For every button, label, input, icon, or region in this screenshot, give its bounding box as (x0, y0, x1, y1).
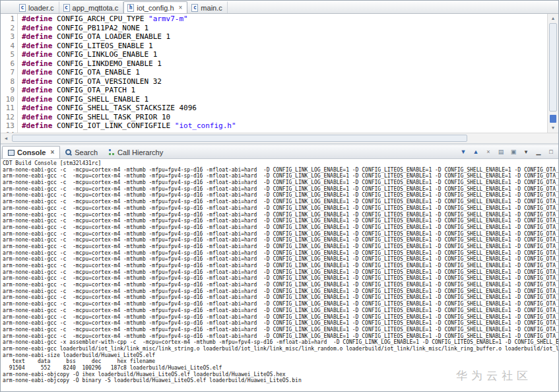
line-number: 12 (1, 113, 15, 122)
code-line[interactable]: #define CONFIG_OTA_VERSIONLEN 32 (22, 77, 547, 86)
line-number: 7 (1, 68, 15, 77)
code-line[interactable]: #define CONFIG_PB11PA2_NONE 1 (22, 24, 547, 33)
console-line: arm-none-eabi-gcc -c -mcpu=cortex-m4 -mt… (3, 263, 558, 269)
pin-console-icon[interactable]: ▣ (508, 147, 519, 157)
console-line: arm-none-eabi-gcc loaderbuild/iot_link/l… (3, 346, 558, 352)
macro-value: 1 (144, 95, 148, 104)
preprocessor-keyword: #define (22, 15, 52, 23)
code-line[interactable]: #define CONFIG_LINKDEMO_ENABLE 1 (22, 59, 547, 69)
code-line[interactable]: #define CONFIG_SHELL_TASK_PRIOR 10 (22, 113, 547, 122)
editor-tab-label: app_mqttota.c (73, 4, 119, 12)
console-tab-call-hierarchy[interactable]: Call Hierarchy (103, 146, 168, 158)
code-line[interactable]: #define CONFIG_SHELL_TASK_STACKSIZE 4096 (22, 104, 547, 113)
editor-vertical-scrollbar[interactable]: ▲ ▼ (547, 14, 558, 133)
maximize-view-icon[interactable]: □ (546, 147, 556, 157)
code-line[interactable]: #define CONFIG_LITEOS_ENABLE 1 (22, 42, 547, 51)
close-tab-icon[interactable]: × (50, 149, 54, 156)
editor-horizontal-scrollbar[interactable]: ◄ (1, 133, 558, 143)
console-tab-search[interactable]: Search (60, 146, 103, 158)
line-number: 3 (1, 32, 15, 42)
code-line[interactable]: #define CONFIG_SHELL_ENABLE 1 (22, 95, 547, 104)
console-line: arm-none-eabi-gcc -c -mcpu=cortex-m4 -mt… (3, 180, 558, 186)
call-hierarchy-icon (108, 149, 115, 156)
horizontal-scrollbar-thumb[interactable] (12, 135, 467, 142)
preprocessor-keyword: #define (22, 50, 52, 59)
macro-value: 10 (162, 113, 170, 121)
console-line: arm-none-eabi-gcc -c -mcpu=cortex-m4 -mt… (3, 288, 558, 295)
file-icon: c (63, 4, 70, 12)
line-number: 6 (1, 59, 15, 69)
line-number: 13 (1, 121, 15, 131)
scroll-to-top-icon[interactable]: ▲ (471, 147, 481, 157)
code-line[interactable]: #define CONFIG_OTA_LOADER_ENABLE 1 (22, 32, 547, 42)
macro-value: 1 (144, 24, 148, 32)
search-icon (65, 149, 72, 156)
line-number: 11 (1, 104, 15, 113)
editor-pane: cloader.ccapp_mqttota.chiot_config.h×cma… (1, 1, 558, 143)
clear-console-icon[interactable]: × (483, 147, 494, 157)
macro-value: 1 (157, 59, 162, 68)
preprocessor-keyword: #define (22, 121, 52, 130)
line-number: 9 (1, 86, 15, 95)
preprocessor-keyword: #define (22, 86, 52, 94)
overview-ruler-annotation (550, 115, 556, 123)
editor-tab-iot_config.h[interactable]: hiot_config.h× (123, 1, 187, 13)
line-number: 2 (1, 24, 15, 33)
minimize-view-icon[interactable]: ▁ (533, 147, 544, 157)
console-tab-bar: Console×SearchCall Hierarchy ▼▲×▤▣▾▁□ (1, 145, 558, 159)
code-line[interactable]: #define CONFIG_IOT_LINK_CONFIGFILE "iot_… (22, 121, 547, 131)
code-line[interactable]: #define CONFIG_LINKLOG_ENABLE 1 (22, 50, 547, 59)
scrollbar-up-arrow-icon[interactable]: ▲ (548, 14, 558, 23)
console-line: arm-none-eabi-gcc -c -mcpu=cortex-m4 -mt… (3, 327, 558, 333)
preprocessor-keyword: #define (22, 113, 52, 121)
file-icon: c (19, 4, 26, 12)
watermark: 华为云社区 (456, 368, 532, 383)
code-line[interactable]: #define CONFIG_ARCH_CPU_TYPE "armv7-m" (22, 15, 547, 24)
line-number-gutter: 1234567891011121314 (1, 14, 18, 133)
console-line: arm-none-eabi-gcc -c -mcpu=cortex-m4 -mt… (3, 282, 558, 288)
file-icon: h (127, 4, 134, 12)
editor-tab-loader.c[interactable]: cloader.c (15, 1, 59, 13)
code-line[interactable]: #define CONFIG_OTA_PATCH 1 (22, 86, 547, 95)
console-tab-console[interactable]: Console× (2, 146, 60, 158)
scroll-to-bottom-icon[interactable]: ▼ (458, 147, 469, 157)
console-output[interactable]: CDT Build Console [stm32l431rc]arm-none-… (1, 159, 558, 391)
editor-tab-bar: cloader.ccapp_mqttota.chiot_config.h×cma… (1, 1, 558, 14)
ide-window: cloader.ccapp_mqttota.chiot_config.h×cma… (0, 0, 559, 392)
console-line: arm-none-eabi-gcc -c -mcpu=cortex-m4 -mt… (3, 205, 558, 212)
console-line: arm-none-eabi-gcc -c -mcpu=cortex-m4 -mt… (3, 218, 558, 224)
close-tab-icon[interactable]: × (179, 5, 183, 11)
preprocessor-keyword: #define (22, 77, 52, 86)
display-console-menu-icon[interactable]: ▾ (521, 147, 531, 157)
editor-tab-app_mqttota.c[interactable]: capp_mqttota.c (59, 1, 124, 13)
console-line: arm-none-eabi-gcc -c -mcpu=cortex-m4 -mt… (3, 212, 558, 218)
console-line: arm-none-eabi-gcc -c -mcpu=cortex-m4 -mt… (3, 244, 558, 250)
macro-value: "iot_config.h" (175, 121, 236, 130)
console-tab-label: Console (17, 148, 46, 156)
code-lines[interactable]: #define CONFIG_ARCH_CPU_TYPE "armv7-m"#d… (18, 14, 547, 133)
console-pane: Console×SearchCall Hierarchy ▼▲×▤▣▾▁□ CD… (1, 145, 558, 391)
macro-value: 1 (148, 42, 153, 50)
macro-value: 4096 (179, 104, 197, 112)
console-line: arm-none-eabi-gcc -c -mcpu=cortex-m4 -mt… (3, 186, 558, 193)
scroll-lock-icon[interactable]: ▤ (496, 147, 506, 157)
console-line: arm-none-eabi-gcc -c -mcpu=cortex-m4 -mt… (3, 167, 558, 174)
console-line: text data bss dec hex filename (3, 358, 558, 365)
console-line: arm-none-eabi-gcc -c -mcpu=cortex-m4 -mt… (3, 333, 558, 340)
vertical-scrollbar-thumb[interactable] (549, 23, 557, 112)
file-icon: c (191, 4, 198, 12)
preprocessor-keyword: #define (22, 24, 52, 32)
console-line: arm-none-eabi-gcc -c -mcpu=cortex-m4 -mt… (3, 294, 558, 301)
console-tab-label: Call Hierarchy (117, 148, 163, 156)
console-line: arm-none-eabi-gcc -c -mcpu=cortex-m4 -mt… (3, 231, 558, 238)
preprocessor-keyword: #define (22, 95, 52, 104)
editor-tab-label: loader.c (28, 4, 54, 12)
code-line[interactable]: #define CONFIG_OTA_ENABLE 1 (22, 68, 547, 77)
scrollbar-down-arrow-icon[interactable]: ▼ (548, 123, 558, 133)
preprocessor-keyword: #define (22, 104, 52, 112)
scrollbar-left-arrow-icon[interactable]: ◄ (1, 133, 11, 143)
editor-tab-main.c[interactable]: cmain.c (187, 1, 227, 13)
line-number: 10 (1, 95, 15, 104)
console-line: arm-none-eabi-gcc -c -mcpu=cortex-m4 -mt… (3, 237, 558, 244)
console-tab-label: Search (75, 148, 98, 156)
